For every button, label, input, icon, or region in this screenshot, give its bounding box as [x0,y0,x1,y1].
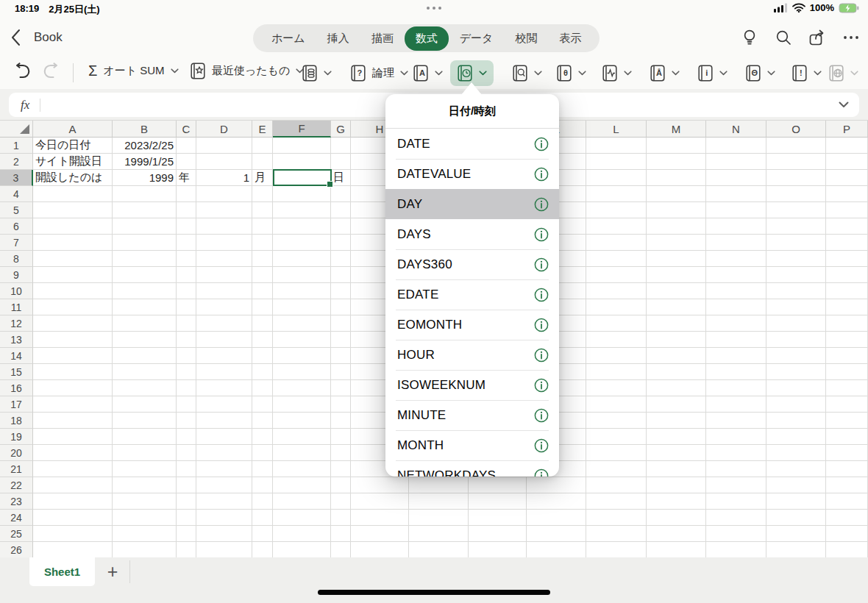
cell-J26[interactable] [469,542,527,558]
cell-O26[interactable] [766,542,826,558]
cell-N24[interactable] [706,510,766,526]
cell-C7[interactable] [177,235,196,251]
autosum-button[interactable]: Σ オート SUM [88,63,179,79]
cell-G13[interactable] [331,332,351,348]
cell-B25[interactable] [113,526,177,542]
row-header-16[interactable]: 16 [0,380,33,396]
function-item-datevalue[interactable]: DATEVALUE [385,159,559,189]
engineering-functions-button[interactable]: Å [643,60,686,86]
info-icon[interactable] [533,377,549,393]
cell-F12[interactable] [273,315,331,332]
cell-E24[interactable] [252,510,273,526]
cell-C9[interactable] [177,267,196,283]
cell-I22[interactable] [409,477,469,493]
info-icon[interactable] [533,257,549,273]
cell-O8[interactable] [766,251,826,267]
redo-button[interactable] [43,63,62,80]
function-item-day[interactable]: DAY [385,189,559,219]
cell-O1[interactable] [766,138,826,154]
cell-K26[interactable] [527,542,586,558]
cell-C18[interactable] [177,413,196,429]
cell-P15[interactable] [826,364,868,380]
cell-M10[interactable] [647,283,706,299]
cell-D5[interactable] [196,202,252,218]
row-header-1[interactable]: 1 [0,138,33,154]
cell-D24[interactable] [196,510,252,526]
cell-P4[interactable] [826,186,868,202]
information-functions-button[interactable]: i [691,60,734,86]
cell-O12[interactable] [766,315,826,332]
cell-P5[interactable] [826,202,868,218]
cell-P17[interactable] [826,396,868,413]
cell-N16[interactable] [706,380,766,396]
cell-N9[interactable] [706,267,766,283]
cell-E19[interactable] [252,429,273,445]
cell-C13[interactable] [177,332,196,348]
cell-C11[interactable] [177,299,196,315]
home-indicator[interactable] [318,590,550,595]
cell-N15[interactable] [706,364,766,380]
cell-E17[interactable] [252,396,273,413]
cell-E3[interactable]: 月 [252,170,273,186]
cell-P7[interactable] [826,235,868,251]
cell-F11[interactable] [273,299,331,315]
row-header-5[interactable]: 5 [0,202,33,218]
cell-M21[interactable] [647,461,706,477]
cell-A14[interactable] [33,348,113,364]
cell-F6[interactable] [273,218,331,235]
cell-I24[interactable] [409,510,469,526]
column-header-L[interactable]: L [586,121,647,138]
function-item-edate[interactable]: EDATE [385,279,559,310]
cell-P9[interactable] [826,267,868,283]
cell-C6[interactable] [177,218,196,235]
cell-A11[interactable] [33,299,113,315]
cell-F7[interactable] [273,235,331,251]
cell-D1[interactable] [196,138,252,154]
cell-B1[interactable]: 2023/2/25 [113,138,177,154]
formula-bar-expand-chevron-icon[interactable] [839,101,849,108]
cell-O17[interactable] [766,396,826,413]
cell-F9[interactable] [273,267,331,283]
row-header-22[interactable]: 22 [0,477,33,493]
row-header-19[interactable]: 19 [0,429,33,445]
cell-F1[interactable] [273,138,331,154]
cell-A8[interactable] [33,251,113,267]
cell-D26[interactable] [196,542,252,558]
cell-C24[interactable] [177,510,196,526]
cell-M3[interactable] [647,170,706,186]
row-header-13[interactable]: 13 [0,332,33,348]
cell-A25[interactable] [33,526,113,542]
cell-G2[interactable] [331,154,351,170]
info-icon[interactable] [533,226,549,243]
cell-L5[interactable] [586,202,647,218]
cell-O10[interactable] [766,283,826,299]
cell-M2[interactable] [647,154,706,170]
column-header-F[interactable]: F [273,121,331,138]
cell-C22[interactable] [177,477,196,493]
cell-C17[interactable] [177,396,196,413]
function-item-month[interactable]: MONTH [385,430,559,460]
cell-H23[interactable] [351,493,409,510]
cell-C20[interactable] [177,445,196,461]
cell-C8[interactable] [177,251,196,267]
cell-M23[interactable] [647,493,706,510]
cell-G5[interactable] [331,202,351,218]
cell-P14[interactable] [826,348,868,364]
row-header-9[interactable]: 9 [0,267,33,283]
cell-N20[interactable] [706,445,766,461]
cell-K24[interactable] [527,510,586,526]
cell-P19[interactable] [826,429,868,445]
cell-A3[interactable]: 開設したのは [33,170,113,186]
cell-F20[interactable] [273,445,331,461]
select-all-button[interactable] [0,121,33,138]
cell-A4[interactable] [33,186,113,202]
cell-G7[interactable] [331,235,351,251]
cell-F21[interactable] [273,461,331,477]
cell-O18[interactable] [766,413,826,429]
cell-B9[interactable] [113,267,177,283]
cell-O14[interactable] [766,348,826,364]
cell-G12[interactable] [331,315,351,332]
cell-N1[interactable] [706,138,766,154]
row-header-2[interactable]: 2 [0,154,33,170]
info-icon[interactable] [533,136,549,152]
